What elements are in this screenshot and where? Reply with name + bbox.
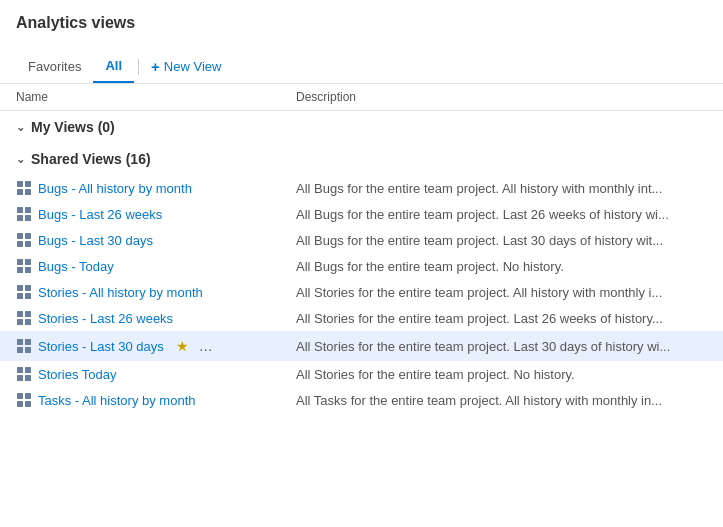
page-header: Analytics views [0, 0, 723, 50]
table-row[interactable]: Bugs - Today All Bugs for the entire tea… [0, 253, 723, 279]
svg-rect-8 [17, 233, 23, 239]
svg-rect-26 [17, 347, 23, 353]
row-desc-cell: All Stories for the entire team project.… [296, 285, 707, 300]
col-desc-header: Description [296, 90, 707, 104]
row-desc-cell: All Tasks for the entire team project. A… [296, 393, 707, 408]
svg-rect-10 [17, 241, 23, 247]
new-view-button[interactable]: + New View [143, 50, 229, 83]
table-row[interactable]: Bugs - All history by month All Bugs for… [0, 175, 723, 201]
row-name-cell: Stories - Last 26 weeks [16, 310, 296, 326]
analytics-table: Name Description ⌄ My Views (0) ⌄ Shared… [0, 84, 723, 413]
chevron-down-icon: ⌄ [16, 153, 25, 166]
section-shared-views[interactable]: ⌄ Shared Views (16) [0, 143, 723, 175]
svg-rect-5 [25, 207, 31, 213]
grid-icon [16, 338, 32, 354]
svg-rect-34 [17, 401, 23, 407]
row-name-cell: Bugs - Last 30 days [16, 232, 296, 248]
row-desc-cell: All Bugs for the entire team project. La… [296, 207, 707, 222]
row-name-cell: Bugs - All history by month [16, 180, 296, 196]
tab-all[interactable]: All [93, 50, 134, 83]
row-desc-cell: All Bugs for the entire team project. No… [296, 259, 707, 274]
grid-icon [16, 392, 32, 408]
svg-rect-13 [25, 259, 31, 265]
row-link[interactable]: Bugs - Last 30 days [38, 233, 153, 248]
tab-favorites[interactable]: Favorites [16, 51, 93, 82]
svg-rect-27 [25, 347, 31, 353]
rows-container: Bugs - All history by month All Bugs for… [0, 175, 723, 413]
row-link[interactable]: Stories - All history by month [38, 285, 203, 300]
svg-rect-14 [17, 267, 23, 273]
row-desc-cell: All Bugs for the entire team project. La… [296, 233, 707, 248]
table-row[interactable]: Stories - Last 26 weeks All Stories for … [0, 305, 723, 331]
svg-rect-30 [17, 375, 23, 381]
svg-rect-25 [25, 339, 31, 345]
tabs-bar: Favorites All + New View [0, 50, 723, 84]
table-row[interactable]: Stories Today All Stories for the entire… [0, 361, 723, 387]
svg-rect-11 [25, 241, 31, 247]
table-header: Name Description [0, 84, 723, 111]
chevron-down-icon: ⌄ [16, 121, 25, 134]
svg-rect-6 [17, 215, 23, 221]
grid-icon [16, 310, 32, 326]
row-name-cell: Stories - All history by month [16, 284, 296, 300]
new-view-label: New View [164, 59, 222, 74]
svg-rect-1 [25, 181, 31, 187]
svg-rect-28 [17, 367, 23, 373]
table-row[interactable]: Stories - Last 30 days ★ … All Stories f… [0, 331, 723, 361]
grid-icon [16, 284, 32, 300]
table-row[interactable]: Tasks - All history by month All Tasks f… [0, 387, 723, 413]
svg-rect-3 [25, 189, 31, 195]
svg-rect-17 [25, 285, 31, 291]
row-link[interactable]: Tasks - All history by month [38, 393, 196, 408]
grid-icon [16, 232, 32, 248]
table-row[interactable]: Stories - All history by month All Stori… [0, 279, 723, 305]
svg-rect-12 [17, 259, 23, 265]
row-name-cell: Tasks - All history by month [16, 392, 296, 408]
row-desc-cell: All Bugs for the entire team project. Al… [296, 181, 707, 196]
svg-rect-35 [25, 401, 31, 407]
svg-rect-32 [17, 393, 23, 399]
svg-rect-24 [17, 339, 23, 345]
table-row[interactable]: Bugs - Last 26 weeks All Bugs for the en… [0, 201, 723, 227]
col-name-header: Name [16, 90, 296, 104]
svg-rect-18 [17, 293, 23, 299]
favorite-button[interactable]: ★ [174, 336, 191, 356]
row-link[interactable]: Bugs - Today [38, 259, 114, 274]
svg-rect-0 [17, 181, 23, 187]
row-link[interactable]: Stories - Last 26 weeks [38, 311, 173, 326]
svg-rect-7 [25, 215, 31, 221]
grid-icon [16, 180, 32, 196]
svg-rect-9 [25, 233, 31, 239]
row-name-cell: Bugs - Last 26 weeks [16, 206, 296, 222]
svg-rect-21 [25, 311, 31, 317]
more-options-button[interactable]: … [195, 336, 218, 356]
grid-icon [16, 258, 32, 274]
svg-rect-29 [25, 367, 31, 373]
row-link[interactable]: Bugs - Last 26 weeks [38, 207, 162, 222]
svg-rect-2 [17, 189, 23, 195]
row-name-cell: Stories - Last 30 days ★ … [16, 336, 296, 356]
svg-rect-31 [25, 375, 31, 381]
row-link[interactable]: Bugs - All history by month [38, 181, 192, 196]
row-link[interactable]: Stories - Last 30 days [38, 339, 164, 354]
svg-rect-4 [17, 207, 23, 213]
grid-icon [16, 206, 32, 222]
row-desc-cell: All Stories for the entire team project.… [296, 367, 707, 382]
table-row[interactable]: Bugs - Last 30 days All Bugs for the ent… [0, 227, 723, 253]
svg-rect-15 [25, 267, 31, 273]
svg-rect-20 [17, 311, 23, 317]
row-desc-cell: All Stories for the entire team project.… [296, 339, 707, 354]
section-my-views[interactable]: ⌄ My Views (0) [0, 111, 723, 143]
svg-rect-19 [25, 293, 31, 299]
row-link[interactable]: Stories Today [38, 367, 117, 382]
svg-rect-16 [17, 285, 23, 291]
tab-divider [138, 59, 139, 75]
section-shared-views-label: Shared Views (16) [31, 151, 151, 167]
row-name-cell: Stories Today [16, 366, 296, 382]
page-title: Analytics views [16, 14, 707, 32]
row-name-cell: Bugs - Today [16, 258, 296, 274]
svg-rect-33 [25, 393, 31, 399]
grid-icon [16, 366, 32, 382]
section-my-views-label: My Views (0) [31, 119, 115, 135]
row-actions: ★ … [174, 336, 218, 356]
